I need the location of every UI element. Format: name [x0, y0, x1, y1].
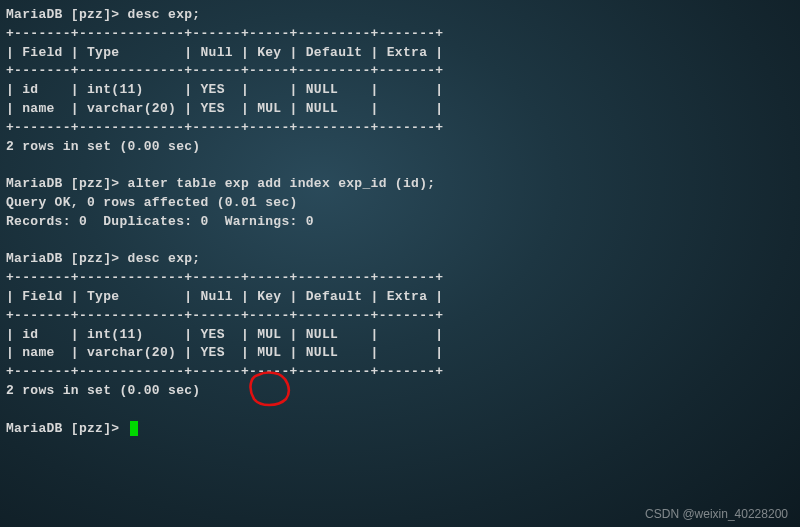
table-border: +-------+-------------+------+-----+----…	[6, 120, 443, 135]
table-border: +-------+-------------+------+-----+----…	[6, 270, 443, 285]
result-records: Records: 0 Duplicates: 0 Warnings: 0	[6, 214, 314, 229]
table-row: | name | varchar(20) | YES | MUL | NULL …	[6, 101, 443, 116]
terminal-output: MariaDB [pzz]> desc exp; +-------+------…	[6, 6, 794, 438]
prompt: MariaDB [pzz]>	[6, 176, 119, 191]
table-border: +-------+-------------+------+-----+----…	[6, 26, 443, 41]
table-row: | name | varchar(20) | YES | MUL | NULL …	[6, 345, 443, 360]
prompt: MariaDB [pzz]>	[6, 7, 119, 22]
prompt: MariaDB [pzz]>	[6, 421, 119, 436]
result-summary: 2 rows in set (0.00 sec)	[6, 383, 200, 398]
result-summary: 2 rows in set (0.00 sec)	[6, 139, 200, 154]
command-desc-2: desc exp;	[128, 251, 201, 266]
watermark-text: CSDN @weixin_40228200	[645, 507, 788, 521]
table-border: +-------+-------------+------+-----+----…	[6, 364, 443, 379]
table-row: | id | int(11) | YES | MUL | NULL | |	[6, 327, 443, 342]
table-border: +-------+-------------+------+-----+----…	[6, 308, 443, 323]
result-query-ok: Query OK, 0 rows affected (0.01 sec)	[6, 195, 298, 210]
table-header: | Field | Type | Null | Key | Default | …	[6, 45, 443, 60]
table-row: | id | int(11) | YES | | NULL | |	[6, 82, 443, 97]
command-alter: alter table exp add index exp_id (id);	[128, 176, 436, 191]
table-header: | Field | Type | Null | Key | Default | …	[6, 289, 443, 304]
cursor-block[interactable]	[130, 421, 138, 436]
table-border: +-------+-------------+------+-----+----…	[6, 63, 443, 78]
command-desc-1: desc exp;	[128, 7, 201, 22]
prompt: MariaDB [pzz]>	[6, 251, 119, 266]
